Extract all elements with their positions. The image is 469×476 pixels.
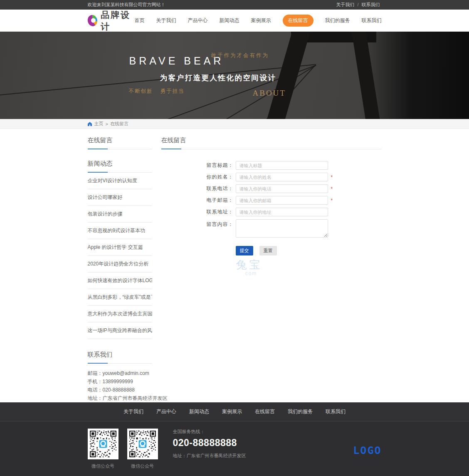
nav-item-home[interactable]: 首页 <box>135 17 145 24</box>
nav-item-services[interactable]: 我们的服务 <box>325 17 350 24</box>
nav-item-news[interactable]: 新闻动态 <box>220 17 239 24</box>
address-input[interactable] <box>236 208 328 216</box>
qr-label: 微信公众号 <box>88 463 118 469</box>
topbar-about-link[interactable]: 关于我们 <box>336 2 354 7</box>
email-field-label: 电子邮箱： <box>161 197 234 204</box>
sidebar-contact-title: 联系我们 <box>88 351 152 364</box>
breadcrumb-separator: > <box>106 121 108 126</box>
breadcrumb-home[interactable]: 主页 <box>94 121 104 127</box>
nav-item-cases[interactable]: 案例展示 <box>251 17 271 24</box>
page-title: 在线留言 <box>161 136 382 149</box>
required-mark: * <box>331 198 333 203</box>
nav-item-products[interactable]: 产品中心 <box>188 17 208 24</box>
name-field-label: 你的姓名： <box>161 174 234 181</box>
sidebar-message-title: 在线留言 <box>88 136 152 149</box>
hotline-label: 全国服务热线： <box>173 429 246 435</box>
required-mark: * <box>331 186 333 192</box>
email-input[interactable] <box>236 196 328 205</box>
hero-about-text: ABOUT <box>253 89 286 98</box>
contact-phone: 电话：020-88888888 <box>88 386 152 394</box>
message-section: 在线留言 兔宝 com 留言标题： 你的姓名： * 联系电话： <box>161 136 382 255</box>
footer-nav: 关于我们 产品中心 新闻动态 案例展示 在线留言 我们的服务 联系我们 <box>0 402 469 421</box>
content-field-label: 留言内容： <box>161 219 234 228</box>
main-content: 在线留言 新闻动态 企业对VI设计的认知度 设计公司哪家好 包装设计的步骤 不容… <box>0 129 469 402</box>
footer-nav-contact[interactable]: 联系我们 <box>326 408 346 415</box>
address-field-label: 联系地址： <box>161 208 234 216</box>
breadcrumb-current: 在线留言 <box>110 121 128 127</box>
message-form: 兔宝 com 留言标题： 你的姓名： * 联系电话： * <box>161 161 382 255</box>
footer-nav-cases[interactable]: 案例展示 <box>222 408 242 415</box>
footer-nav-news[interactable]: 新闻动态 <box>189 408 209 415</box>
footer: 微信公众号 微信公众号 全国服务热线： 020-88888888 地址：广东省广… <box>0 421 469 476</box>
footer-nav-message[interactable]: 在线留言 <box>255 408 275 415</box>
top-bar: 欢迎来到某某科技有限公司官方网站！ 关于我们 / 联系我们 <box>0 0 469 10</box>
required-mark: * <box>331 174 333 180</box>
sidebar: 在线留言 新闻动态 企业对VI设计的认知度 设计公司哪家好 包装设计的步骤 不容… <box>88 136 152 402</box>
contact-email: 邮箱：youweb@admin.com <box>88 369 152 377</box>
news-list-item[interactable]: 从黑白到多彩，“绿皮车”或是下个流行 <box>88 289 152 306</box>
watermark: 兔宝 com <box>236 259 263 276</box>
footer-nav-services[interactable]: 我们的服务 <box>288 408 313 415</box>
logo-text: 品牌设计 <box>101 9 134 32</box>
wechat-qr-block-1: 微信公众号 <box>88 429 118 469</box>
logo-donut-icon <box>86 14 98 27</box>
hero-title-en: BRAVE BEAR <box>129 55 224 67</box>
site-logo[interactable]: 品牌设计 <box>88 9 135 32</box>
title-input[interactable] <box>236 161 328 170</box>
news-list-item[interactable]: 不容忽视的9式设计基本功 <box>88 223 152 239</box>
hotline-number: 020-88888888 <box>173 437 246 449</box>
welcome-text: 欢迎来到某某科技有限公司官方网站！ <box>88 2 165 8</box>
footer-address: 地址：广东省广州市番禺经济开发区 <box>173 453 246 459</box>
qr-label: 微信公众号 <box>127 463 158 469</box>
hero-banner: BRAVE BEAR 敢于作为才会有作为 为客户打造更人性化的空间设计 不断创新… <box>0 32 469 119</box>
reset-button[interactable]: 重置 <box>259 246 277 255</box>
phone-input[interactable] <box>236 184 328 193</box>
hotline-block: 全国服务热线： 020-88888888 地址：广东省广州市番禺经济开发区 <box>173 429 246 459</box>
topbar-contact-link[interactable]: 联系我们 <box>362 2 380 7</box>
contact-address: 地址：广东省广州市番禺经济开发区 <box>88 394 152 402</box>
news-list-item[interactable]: 这一场IP与商业跨界融合的风云际会，你 <box>88 322 152 339</box>
footer-nav-about[interactable]: 关于我们 <box>123 408 143 415</box>
home-icon <box>88 122 92 126</box>
footer-nav-products[interactable]: 产品中心 <box>156 408 176 415</box>
topbar-separator: / <box>357 2 358 7</box>
contact-info-list: 邮箱：youweb@admin.com 手机：13899999999 电话：02… <box>88 369 152 402</box>
main-nav: 首页 关于我们 产品中心 新闻动态 案例展示 在线留言 我们的服务 联系我们 <box>135 15 382 27</box>
nav-item-about[interactable]: 关于我们 <box>156 17 176 24</box>
news-list-item[interactable]: Apple 的设计哲学 交互篇 <box>88 239 152 256</box>
qr-code <box>88 429 118 459</box>
nav-item-contact[interactable]: 联系我们 <box>362 17 382 24</box>
hero-slogan-right: 敢于作为才会有作为 <box>211 52 269 59</box>
wechat-qr-block-2: 微信公众号 <box>127 429 158 469</box>
qr-code <box>127 429 158 459</box>
news-list-item[interactable]: 包装设计的步骤 <box>88 206 152 223</box>
hero-subtitle: 为客户打造更人性化的空间设计 <box>160 73 276 83</box>
news-list-item[interactable]: 企业对VI设计的认知度 <box>88 173 152 189</box>
sidebar-news-title: 新闻动态 <box>88 160 152 173</box>
news-list-item[interactable]: 意大利作为本次进博会主宾国，将进一步 <box>88 306 152 322</box>
news-list: 企业对VI设计的认知度 设计公司哪家好 包装设计的步骤 不容忽视的9式设计基本功… <box>88 173 152 339</box>
news-list-item[interactable]: 如何快速有效的设计字体LOGO <box>88 273 152 289</box>
footer-logo: LOGO <box>353 444 381 456</box>
nav-item-message-active[interactable]: 在线留言 <box>283 15 313 27</box>
site-header: 品牌设计 首页 关于我们 产品中心 新闻动态 案例展示 在线留言 我们的服务 联… <box>0 10 469 32</box>
submit-button[interactable]: 提交 <box>236 246 253 255</box>
breadcrumb-bar: 主页 > 在线留言 <box>0 119 469 129</box>
phone-field-label: 联系电话： <box>161 185 234 192</box>
name-input[interactable] <box>236 173 328 181</box>
contact-mobile: 手机：13899999999 <box>88 377 152 386</box>
title-field-label: 留言标题： <box>161 162 234 169</box>
hero-slogan-left: 不断创新勇于担当 <box>129 88 185 95</box>
news-list-item[interactable]: 设计公司哪家好 <box>88 189 152 206</box>
news-list-item[interactable]: 2020年设计趋势全方位分析 <box>88 256 152 273</box>
message-content-textarea[interactable] <box>236 219 328 238</box>
